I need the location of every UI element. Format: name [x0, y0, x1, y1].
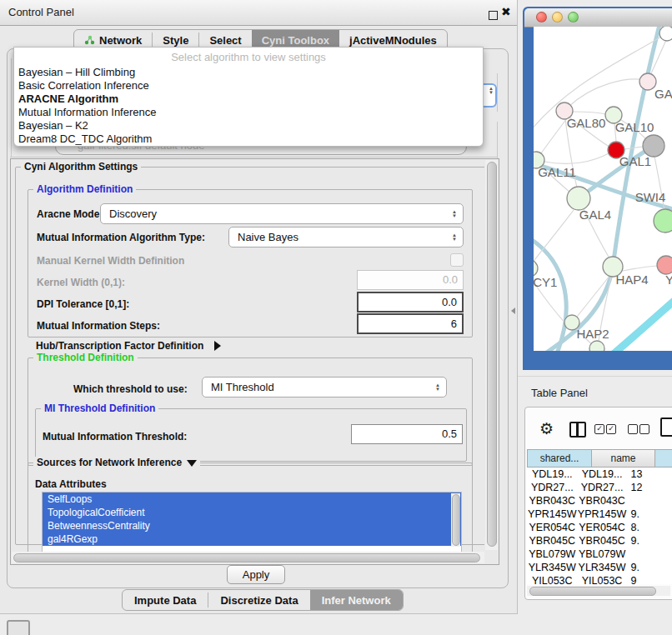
popup-item-dream8-dc-tdc-algorithm[interactable]: Dream8 DC_TDC Algorithm [18, 132, 152, 146]
network-edge[interactable] [610, 298, 672, 351]
table-row[interactable]: YER054CYER054C8. [527, 521, 672, 534]
settings-horizontal-scrollbar[interactable] [12, 552, 484, 563]
table-row[interactable]: YDL19...YDL19...13 [527, 468, 672, 481]
sources-group-title[interactable]: Sources for Network Inference [33, 457, 200, 468]
table-horizontal-scrollbar[interactable] [527, 586, 670, 596]
gear-icon[interactable]: ⚙ [539, 419, 554, 438]
attribute-item-selfloops[interactable]: SelfLoops [43, 492, 461, 506]
close-icon[interactable]: ✖ [501, 5, 511, 18]
table-cell: YER054C [578, 521, 627, 534]
attribute-item-gal4rgexp[interactable]: gal4RGexp [43, 532, 461, 546]
network-node-gcy1[interactable] [534, 260, 538, 277]
control-panel-title: Control Panel [8, 6, 74, 18]
popup-item-bayesian-hill-climbing[interactable]: Bayesian – Hill Climbing [18, 66, 135, 79]
group-title: Cyni Algorithm Settings [21, 161, 141, 172]
table-cell: YDL19... [578, 468, 627, 481]
network-edge[interactable] [534, 237, 566, 351]
select-all-checkbox-icon[interactable]: ✓ [594, 424, 604, 434]
aracne-mode-combo[interactable]: Discovery ▲▼ [100, 203, 464, 224]
table-cell: YDR27... [578, 481, 627, 494]
table-cell: 8. [627, 521, 672, 534]
control-panel-titlebar: Control Panel ✖ [0, 0, 517, 26]
split-pane-collapse-arrow[interactable] [511, 308, 515, 314]
table-row[interactable]: YDR27...YDR27...12 [527, 481, 672, 494]
popup-item-aracne-algorithm[interactable]: ARACNE Algorithm [18, 92, 118, 106]
popup-item-basic-correlation-inference[interactable]: Basic Correlation Inference [18, 79, 149, 92]
hub-definition-label: Hub/Transcription Factor Definition [36, 340, 203, 352]
mi-steps-field[interactable]: 6 [357, 313, 464, 334]
which-threshold-combo[interactable]: MI Threshold ▲▼ [202, 377, 447, 398]
docked-panel-icon[interactable] [7, 620, 30, 635]
table-cell: 9. [627, 508, 672, 521]
apply-button[interactable]: Apply [227, 565, 285, 584]
window-maximize-icon[interactable] [568, 12, 579, 22]
network-node[interactable] [659, 27, 672, 41]
window-minimize-icon[interactable] [552, 12, 563, 22]
network-edge[interactable] [544, 153, 609, 163]
table-row[interactable]: YPR145WYPR145W9. [527, 508, 672, 521]
deselect-checkbox-icon[interactable] [628, 424, 638, 434]
dpi-tolerance-field[interactable]: 0.0 [357, 292, 464, 312]
table-cell: YIL053C [578, 574, 627, 584]
group-title: Threshold Definition [33, 352, 138, 363]
network-window-titlebar[interactable] [524, 8, 672, 28]
table-cell: YLR345W [527, 561, 578, 574]
application-window: Control Panel ✖ NetworkStyleSelectCyni T… [0, 0, 672, 635]
mi-type-label: Mutual Information Algorithm Type: [37, 232, 205, 243]
manual-kernel-checkbox[interactable] [450, 253, 464, 267]
network-node-y[interactable] [657, 256, 672, 274]
hub-definition-toggle[interactable]: Hub/Transcription Factor Definition [36, 338, 221, 352]
export-table-icon[interactable] [660, 418, 672, 437]
network-edge[interactable] [569, 79, 649, 107]
network-node-swi4[interactable] [654, 209, 672, 232]
tab-label: Cyni Toolbox [262, 34, 329, 47]
table-cell: YBR045C [578, 534, 627, 548]
popup-item-mutual-information-inference[interactable]: Mutual Information Inference [18, 106, 156, 119]
popup-item-bayesian-k2[interactable]: Bayesian – K2 [18, 119, 88, 132]
dpi-tolerance-label: DPI Tolerance [0,1]: [37, 298, 129, 310]
tab-discretize-data[interactable]: Discretize Data [208, 590, 309, 610]
threshold-definition-group: Threshold Definition Which threshold to … [28, 358, 473, 466]
select-all-checkbox-icon[interactable]: ✓ [606, 424, 616, 434]
network-canvas[interactable]: GALGAL80GAL10GAL1GAL11GAL4SWI4GCY1HAP4YH… [534, 27, 672, 351]
settings-scrollpane: Cyni Algorithm Settings Algorithm Defini… [10, 158, 499, 565]
settings-vertical-scrollbar[interactable] [485, 160, 498, 550]
deselect-checkbox-icon[interactable] [639, 424, 649, 434]
columns-icon[interactable] [569, 422, 586, 438]
combo-value: Naive Bayes [238, 231, 298, 243]
tab-label: Select [209, 34, 241, 47]
network-node[interactable] [589, 341, 604, 351]
mi-threshold-definition-group: MI Threshold Definition Mutual Informati… [35, 408, 467, 462]
group-title: Algorithm Definition [33, 183, 136, 195]
attribute-item-topologicalcoefficient[interactable]: TopologicalCoefficient [43, 506, 461, 519]
table-row[interactable]: YLR345WYLR345W9. [527, 561, 672, 574]
kernel-width-field[interactable]: 0.0 [357, 270, 464, 290]
tab-infer-network[interactable]: Infer Network [310, 590, 403, 610]
column-header-shared[interactable]: shared... [527, 449, 592, 468]
table-panel-title: Table Panel [531, 387, 588, 399]
table-row[interactable]: YIL053CYIL053C9 [527, 574, 672, 584]
table-row[interactable]: YBL079WYBL079W [527, 548, 672, 561]
float-panel-icon[interactable] [489, 11, 498, 20]
table-row[interactable]: YBR045CYBR045C9. [527, 534, 672, 548]
window-close-icon[interactable] [536, 12, 547, 22]
mi-type-combo[interactable]: Naive Bayes ▲▼ [228, 227, 464, 248]
divider [518, 376, 672, 377]
network-edge[interactable] [534, 210, 574, 263]
network-edge[interactable] [573, 112, 606, 114]
list-scrollbar[interactable] [451, 493, 460, 547]
tab-impute-data[interactable]: Impute Data [123, 590, 208, 610]
manual-kernel-label: Manual Kernel Width Definition [37, 255, 184, 267]
mi-threshold-field[interactable]: 0.5 [351, 424, 463, 444]
algorithm-definition-group: Algorithm Definition Aracne Mode: Discov… [28, 189, 473, 338]
column-header-a[interactable]: A [655, 449, 672, 468]
groupbox-fragment-line [497, 122, 498, 158]
tab-label: Infer Network [322, 594, 391, 607]
table-row[interactable]: YBR043CYBR043C [527, 494, 672, 508]
column-header-name[interactable]: name [592, 449, 655, 468]
network-edge[interactable] [541, 118, 567, 153]
network-node-gal4[interactable] [567, 187, 590, 210]
network-edge[interactable] [623, 266, 657, 271]
attribute-item-betweennesscentrality[interactable]: BetweennessCentrality [43, 519, 461, 532]
table-cell: YBR043C [527, 494, 578, 508]
